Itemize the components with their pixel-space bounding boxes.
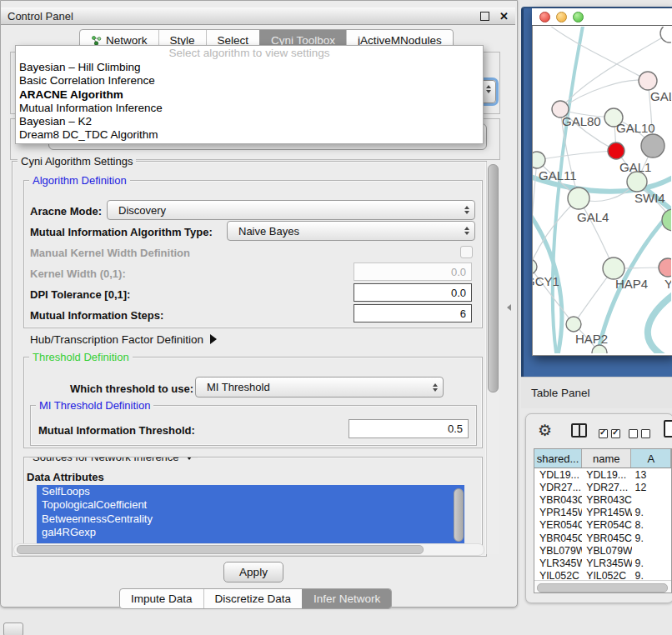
network-node-label: HAP2 — [575, 332, 608, 346]
minimize-traffic-light-icon[interactable] — [556, 12, 567, 22]
network-edge[interactable] — [579, 198, 614, 268]
settings-hscrollbar-thumb[interactable] — [17, 545, 424, 554]
network-node[interactable] — [627, 172, 647, 192]
tab-discretize-data[interactable]: Discretize Data — [203, 589, 303, 608]
table-cell: YLR345W — [582, 558, 631, 569]
combo-arrows-icon — [464, 206, 469, 214]
network-edge[interactable] — [550, 27, 648, 81]
manual-kernel-checkbox[interactable] — [460, 246, 473, 258]
mi-steps-field[interactable]: 6 — [354, 304, 472, 322]
network-canvas[interactable]: GALGAL80GAL10GAL1GAL11SWI4GAL4GCY1HAP4YH… — [533, 27, 671, 353]
network-node-label: HAP4 — [615, 277, 648, 291]
table-row[interactable]: YDR27...YDR27...12 — [534, 481, 671, 493]
close-traffic-light-icon[interactable] — [539, 12, 550, 22]
table-body: YDL19...YDL19...13YDR27...YDR27...12YBR0… — [534, 468, 671, 582]
new-table-icon[interactable] — [664, 420, 672, 438]
table-cell: 13 — [632, 469, 671, 481]
table-row[interactable]: YDL19...YDL19...13 — [534, 468, 671, 481]
network-node[interactable] — [660, 27, 671, 42]
which-threshold-label: Which threshold to use: — [70, 382, 193, 395]
table-row[interactable]: YBR045CYBR045C9. — [534, 532, 671, 544]
table-cell: YBR045C — [582, 532, 631, 544]
table-panel-titlebar[interactable]: Table Panel — [521, 377, 672, 408]
column-header-name[interactable]: name — [582, 449, 631, 468]
gear-icon[interactable]: ⚙ — [538, 422, 552, 438]
mi-algorithm-type-combo[interactable]: Naive Bayes — [227, 221, 475, 241]
float-window-icon[interactable] — [480, 12, 489, 21]
aracne-mode-combo[interactable]: Discovery — [107, 200, 475, 220]
bottom-tabbar: Impute Data Discretize Data Infer Networ… — [119, 588, 392, 609]
kernel-width-value: 0.0 — [451, 266, 466, 278]
manual-kernel-label: Manual Kernel Width Definition — [30, 247, 190, 259]
mi-steps-value: 6 — [460, 308, 466, 320]
network-edge[interactable] — [537, 151, 616, 160]
data-attributes-label: Data Attributes — [27, 471, 104, 483]
dpi-tolerance-value: 0.0 — [451, 287, 466, 299]
table-cell: YBL079W — [534, 545, 582, 557]
apply-button[interactable]: Apply — [223, 562, 283, 582]
minimized-panel-icon[interactable] — [3, 622, 23, 635]
columns-icon[interactable] — [571, 423, 587, 438]
network-node[interactable] — [639, 72, 657, 90]
mi-threshold-value: 0.5 — [448, 422, 463, 435]
mi-threshold-field[interactable]: 0.5 — [349, 419, 469, 438]
kernel-width-field[interactable]: 0.0 — [354, 262, 472, 281]
network-node[interactable] — [662, 209, 671, 231]
attribute-item[interactable]: TopologicalCoefficient — [37, 498, 464, 512]
table-row[interactable]: YLR345WYLR345W9. — [534, 557, 671, 569]
table-row[interactable]: YPR145WYPR145W9. — [534, 507, 671, 519]
settings-hscrollbar-track[interactable] — [13, 543, 484, 556]
dpi-tolerance-field[interactable]: 0.0 — [354, 283, 472, 302]
column-header-shared-name[interactable]: shared... — [534, 449, 582, 468]
attribute-item[interactable]: BetweennessCentrality — [37, 512, 464, 526]
table-hscrollbar-track[interactable] — [534, 580, 671, 593]
network-node[interactable] — [608, 142, 624, 159]
zoom-traffic-light-icon[interactable] — [573, 12, 584, 22]
table-row[interactable]: YBL079WYBL079W — [534, 544, 671, 557]
combo-arrows-icon — [464, 227, 469, 235]
network-node[interactable] — [533, 259, 537, 274]
column-header-partial[interactable]: A — [631, 449, 671, 468]
network-node-label: GAL — [650, 89, 671, 103]
table-cell: 9. — [632, 558, 671, 569]
network-node-label: SWI4 — [634, 191, 665, 205]
table-row[interactable]: YBR043CYBR043C — [534, 493, 671, 506]
data-attributes-list[interactable]: SelfLoops TopologicalCoefficient Between… — [37, 485, 464, 544]
hub-section-label: Hub/Transcription Factor Definition — [30, 333, 203, 346]
network-node[interactable] — [659, 258, 671, 277]
settings-vscrollbar-thumb[interactable] — [488, 164, 499, 392]
network-node[interactable] — [566, 317, 581, 332]
table-header-row: shared... name A — [534, 449, 671, 468]
sources-group-title[interactable]: Sources for Network Inference — [29, 457, 198, 463]
table-row[interactable]: YER054CYER054C8. — [534, 519, 671, 532]
algorithm-option-selected[interactable]: ARACNE Algorithm — [16, 88, 483, 102]
hub-section-toggle[interactable]: Hub/Transcription Factor Definition — [30, 333, 217, 346]
network-window-titlebar[interactable] — [532, 8, 672, 26]
splitpane-collapse-icon[interactable] — [507, 304, 511, 311]
deselect-checks-icon[interactable] — [629, 427, 654, 442]
apply-button-label: Apply — [239, 566, 268, 578]
select-all-checks-icon[interactable] — [599, 427, 624, 442]
attributes-vscrollbar-thumb[interactable] — [454, 488, 464, 542]
kernel-width-label: Kernel Width (0,1): — [30, 268, 126, 280]
attribute-item[interactable]: SelfLoops — [37, 485, 464, 498]
tab-infer-network[interactable]: Infer Network — [302, 589, 391, 608]
which-threshold-combo[interactable]: MI Threshold — [195, 377, 444, 398]
attribute-item[interactable]: gal4RGexp — [37, 526, 464, 539]
algorithm-option[interactable]: Mutual Information Inference — [16, 102, 483, 115]
algorithm-option[interactable]: Bayesian – K2 — [16, 115, 483, 128]
dpi-tolerance-label: DPI Tolerance [0,1]: — [30, 288, 130, 301]
mi-steps-label: Mutual Information Steps: — [30, 309, 163, 322]
network-node[interactable] — [641, 134, 664, 158]
tab-impute-data[interactable]: Impute Data — [120, 589, 203, 608]
algorithm-option[interactable]: Basic Correlation Inference — [16, 74, 483, 88]
control-panel-titlebar[interactable]: Control Panel ✕ — [1, 8, 515, 25]
mi-threshold-definition-title: MI Threshold Definition — [36, 399, 153, 412]
close-icon[interactable]: ✕ — [499, 11, 509, 22]
algorithm-option[interactable]: Dream8 DC_TDC Algorithm — [16, 128, 483, 142]
network-node[interactable] — [533, 152, 545, 168]
algorithm-option[interactable]: Bayesian – Hill Climbing — [16, 61, 483, 74]
network-node[interactable] — [568, 188, 589, 209]
network-edge[interactable] — [648, 293, 671, 353]
table-hscrollbar-thumb[interactable] — [537, 583, 668, 592]
